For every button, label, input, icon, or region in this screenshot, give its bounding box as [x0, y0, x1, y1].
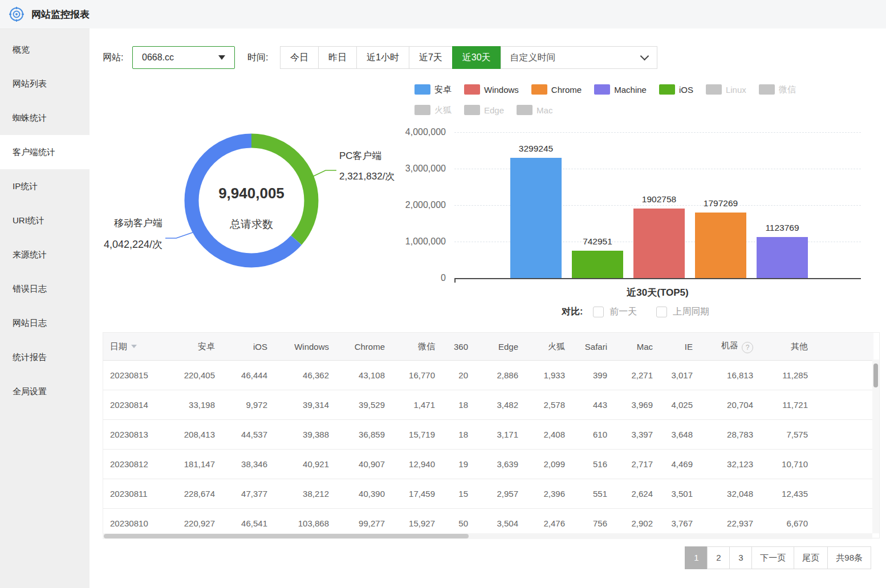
cell-filler [815, 420, 873, 450]
cell-safari: 399 [572, 361, 614, 390]
column-header-label: 安卓 [198, 341, 215, 351]
compare-option-label: 前一天 [609, 306, 637, 318]
column-header-label: IE [685, 342, 693, 352]
time-button-yesterday[interactable]: 昨日 [318, 46, 357, 69]
cell-windows: 38,212 [274, 479, 336, 509]
donut-total-label: 总请求数 [180, 217, 323, 232]
sidebar-item-uri-stats[interactable]: URI统计 [0, 203, 90, 238]
app-window: 网站监控报表 概览网站列表蜘蛛统计客户端统计IP统计URI统计来源统计错误日志网… [0, 0, 886, 588]
sidebar-item-site-log[interactable]: 网站日志 [0, 306, 90, 340]
cell-android: 208,413 [165, 420, 222, 450]
legend-item-wechat[interactable]: 微信 [759, 84, 796, 95]
legend-item-edge[interactable]: Edge [464, 104, 504, 116]
cell-android: 228,674 [165, 479, 222, 509]
page-button-1[interactable]: 1 [685, 546, 708, 569]
time-filter-group: 今日昨日近1小时近7天近30天自定义时间 [281, 46, 657, 69]
time-button-last-7d[interactable]: 近7天 [409, 46, 453, 69]
cell-android: 33,198 [165, 390, 222, 420]
legend-swatch-ios [659, 84, 675, 95]
last-page-button[interactable]: 尾页 [794, 546, 828, 569]
cell-mac: 2,624 [614, 479, 660, 509]
sidebar-item-stats-report[interactable]: 统计报告 [0, 340, 90, 374]
cell-firefox: 2,099 [525, 450, 572, 479]
column-header-machine: 机器? [700, 333, 760, 361]
caret-down-icon [218, 55, 225, 60]
help-icon[interactable]: ? [742, 342, 753, 353]
table-row: 20230813208,41344,53739,38836,85915,7191… [103, 420, 873, 450]
chevron-down-icon [640, 52, 649, 61]
column-header-ie: IE [660, 333, 700, 361]
legend-item-chrome[interactable]: Chrome [531, 84, 582, 95]
column-header-date: 日期 [103, 333, 165, 361]
column-header-label: 火狐 [548, 341, 565, 351]
bar-windows [633, 209, 685, 278]
sidebar-item-site-list[interactable]: 网站列表 [0, 67, 90, 101]
legend-label: Edge [484, 105, 504, 115]
cell-date: 20230815 [103, 361, 165, 390]
cell-ios: 9,972 [222, 390, 274, 420]
cell-ios: 47,377 [222, 479, 274, 509]
cell-date: 20230813 [103, 420, 165, 450]
legend-swatch-chrome [531, 84, 547, 95]
bar-value-label: 1123769 [742, 223, 822, 233]
cell-360: 18 [442, 390, 475, 420]
cell-chrome: 39,529 [336, 390, 392, 420]
sidebar-item-ip-stats[interactable]: IP统计 [0, 169, 90, 203]
legend-item-mac[interactable]: Mac [517, 104, 552, 116]
sidebar-item-overview[interactable]: 概览 [0, 32, 90, 67]
sidebar-item-global-settings[interactable]: 全局设置 [0, 374, 90, 409]
legend-item-android[interactable]: 安卓 [414, 84, 452, 95]
cell-machine: 32,048 [700, 479, 760, 509]
compare-controls: 对比: 前一天上周同期 [562, 306, 729, 318]
legend-item-ios[interactable]: iOS [659, 84, 693, 95]
legend-label: Chrome [551, 85, 582, 95]
column-header-mac: Mac [614, 333, 660, 361]
legend-item-windows[interactable]: Windows [464, 84, 519, 95]
next-page-button[interactable]: 下一页 [751, 546, 794, 569]
sidebar-item-source-stats[interactable]: 来源统计 [0, 238, 90, 272]
time-button-last-30d[interactable]: 近30天 [452, 46, 501, 69]
time-button-today[interactable]: 今日 [280, 46, 319, 69]
bar-chrome [695, 213, 746, 278]
sidebar-item-spider-stats[interactable]: 蜘蛛统计 [0, 101, 90, 135]
chart-legend: 安卓WindowsChromeMachineiOSLinux微信火狐EdgeMa… [414, 84, 854, 125]
checkbox-prev-day[interactable] [593, 307, 604, 317]
cell-windows: 40,921 [274, 450, 336, 479]
legend-swatch-edge [464, 105, 480, 115]
sidebar: 概览网站列表蜘蛛统计客户端统计IP统计URI统计来源统计错误日志网站日志统计报告… [0, 29, 90, 588]
cell-other: 11,721 [760, 390, 815, 420]
cell-wechat: 17,459 [392, 479, 442, 509]
legend-swatch-android [414, 84, 430, 95]
custom-time-label: 自定义时间 [510, 52, 556, 64]
legend-item-linux[interactable]: Linux [706, 84, 746, 95]
checkbox-same-period-last-week[interactable] [656, 307, 667, 317]
time-button-last-1h[interactable]: 近1小时 [356, 46, 409, 69]
cell-wechat: 16,770 [392, 361, 442, 390]
cell-other: 7,575 [760, 420, 815, 450]
vertical-scrollbar-thumb[interactable] [873, 364, 878, 387]
legend-swatch-firefox [414, 105, 430, 115]
compare-label: 对比: [562, 306, 583, 318]
column-header-label: Chrome [355, 342, 385, 352]
sidebar-item-client-stats[interactable]: 客户端统计 [0, 135, 90, 169]
page-button-3[interactable]: 3 [729, 546, 752, 569]
column-header-android: 安卓 [165, 333, 222, 361]
site-select[interactable]: 0668.cc [132, 46, 235, 69]
sidebar-item-error-log[interactable]: 错误日志 [0, 272, 90, 306]
donut-total-value: 9,940,005 [180, 185, 323, 202]
horizontal-scrollbar-thumb[interactable] [104, 534, 469, 538]
cell-wechat: 12,940 [392, 450, 442, 479]
cell-filler [815, 479, 873, 509]
table-row: 20230812181,14738,34640,92140,90712,9401… [103, 450, 873, 479]
time-label: 时间: [247, 52, 268, 63]
custom-time-select[interactable]: 自定义时间 [501, 46, 657, 69]
table-row: 20230811228,67447,37738,21240,39017,4591… [103, 479, 873, 509]
legend-label: Windows [484, 85, 519, 95]
legend-item-machine[interactable]: Machine [594, 84, 647, 95]
column-header-label: Safari [585, 342, 607, 352]
y-tick-label: 0 [441, 273, 446, 283]
page-button-2[interactable]: 2 [707, 546, 730, 569]
cell-machine: 32,123 [700, 450, 760, 479]
legend-item-firefox[interactable]: 火狐 [414, 104, 452, 116]
sort-caret-icon[interactable] [131, 345, 137, 348]
